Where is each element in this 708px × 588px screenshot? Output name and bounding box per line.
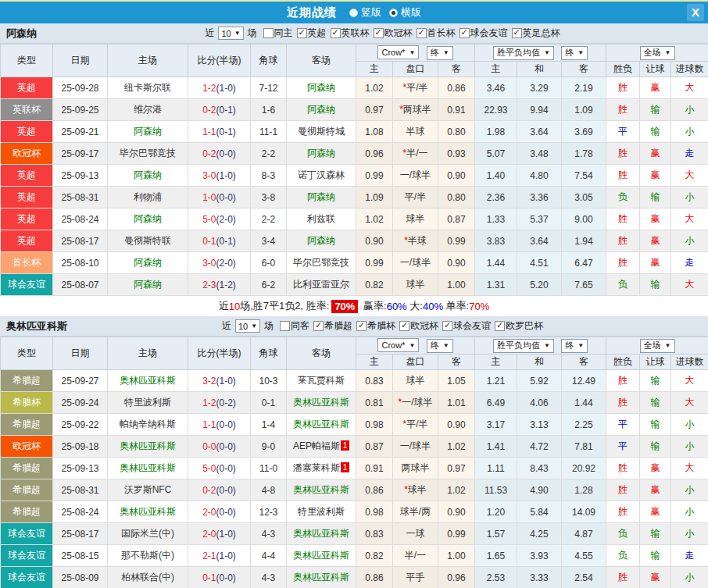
match-date: 25-09-25 [53,99,108,121]
wdl-average-select[interactable]: 胜平负均值▼ [493,339,554,353]
league-filter-checkbox[interactable] [495,321,505,331]
close-icon[interactable]: X [687,4,704,21]
league-filter-label[interactable]: 希腊杯 [367,319,395,333]
same-venue-label[interactable]: 同主 [274,27,293,40]
odds-provider-select[interactable]: Crow*▼ [377,45,419,59]
score-cell: 3-0(2-0) [188,252,251,274]
wdl-odds-home: 22.93 [475,99,517,121]
handicap-result-cell: 赢 [640,567,671,588]
match-date: 25-09-18 [53,436,108,458]
corner-score: 1-4 [251,414,287,436]
away-team: 毕尔巴鄂竞技 [287,252,356,274]
league-filter-label[interactable]: 英足总杯 [523,27,560,40]
same-venue-checkbox[interactable] [263,28,274,38]
match-date: 25-09-13 [53,458,108,479]
wdl-odds-home: 2.53 [475,567,517,588]
away-team: 阿森纳 [287,230,356,252]
handicap-odds-away: 1.02 [438,436,475,458]
result-cell: 胜 [606,392,640,414]
col-handicap-result: 让球 [640,62,671,77]
wdl-odds-away: 2.19 [562,77,606,99]
handicap-final-select[interactable]: 终▼ [427,339,453,353]
wdl-odds-home: 6.49 [475,392,517,414]
type-badge: 球会友谊 [1,523,53,545]
handicap-result-cell: 输 [640,392,671,414]
handicap-line: 球半 [393,208,438,230]
league-filter-label[interactable]: 球会友谊 [470,27,508,40]
league-filter-checkbox[interactable] [459,28,470,38]
wdl-average-select[interactable]: 胜平负均值▼ [493,46,554,60]
fulltime-select[interactable]: 全场▼ [640,339,675,353]
handicap-odds-home: 0.83 [356,370,393,392]
col-date: 日期 [53,337,108,370]
type-badge: 欧冠杯 [1,143,53,165]
half-score: (1-0) [216,376,236,387]
league-filter-label[interactable]: 欧冠杯 [384,27,413,40]
type-badge: 英超 [1,77,53,99]
handicap-line: 平/半 [393,187,438,208]
same-venue-label[interactable]: 同客 [291,319,309,333]
match-row: 希腊超25-09-22帕纳辛纳科斯1-1(0-0)1-4奥林匹亚科斯0.98*平… [1,414,708,436]
match-date: 25-08-24 [53,208,108,230]
home-team-label: 曼彻斯特联 [124,235,171,246]
league-filter-checkbox[interactable] [356,321,367,331]
half-score: (0-2) [216,397,236,408]
odds-provider-select[interactable]: Crow*▼ [377,338,419,352]
score-cell: 0-0(0-0) [188,436,251,458]
fulltime-select[interactable]: 全场▼ [640,46,675,60]
match-count-select[interactable]: 10▼ [218,27,243,40]
away-team-label: 阿森纳 [307,148,335,159]
handicap-final-select[interactable]: 终▼ [427,46,453,60]
match-date: 25-09-27 [53,370,108,392]
vertical-layout-label[interactable]: 竖版 [361,5,381,20]
handicap-result-cell: 赢 [640,230,671,252]
wdl-final-select[interactable]: 终▼ [561,46,588,60]
half-score: (0-1) [216,105,236,116]
match-count-select[interactable]: 10▼ [235,319,260,333]
chevron-down-icon: ▼ [577,49,584,56]
handicap-line: 半球 [393,121,438,143]
handicap-line: *平/半 [393,414,438,436]
league-filter-label[interactable]: 欧冠杯 [410,319,438,333]
corner-score: 11-1 [251,121,287,143]
league-filter-checkbox[interactable] [442,321,452,331]
league-filter-label[interactable]: 球会友谊 [453,319,491,333]
league-filter-label[interactable]: 希腊超 [324,319,352,333]
league-filter-checkbox[interactable] [374,28,384,38]
league-filter-checkbox[interactable] [399,321,409,331]
same-venue-checkbox[interactable] [280,321,290,331]
away-team-label: 曼彻斯特城 [298,126,345,137]
wdl-odds-home: 1.31 [475,274,517,296]
handicap-odds-away: 0.80 [438,121,475,143]
type-badge: 英超 [1,187,53,208]
horizontal-layout-label[interactable]: 横版 [401,5,421,20]
league-filter-checkbox[interactable] [313,321,324,331]
vertical-layout-radio[interactable] [349,9,358,17]
league-filter-checkbox[interactable] [512,28,522,38]
goals-result-cell: 大 [671,274,708,296]
result-cell: 胜 [606,479,640,501]
league-filter-checkbox[interactable] [331,28,341,38]
wdl-odds-away: 1.94 [562,230,606,252]
col-goals: 进球数 [671,355,708,370]
league-filter-checkbox[interactable] [417,28,427,38]
handicap-odds-home: 0.98 [356,414,393,436]
goals-result-cell: 小 [671,523,708,545]
team-name: 奥林匹亚科斯 [6,319,67,333]
chevron-down-icon: ▼ [443,342,449,349]
league-filter-label[interactable]: 英联杯 [341,27,370,40]
handicap-line: *平/半 [393,77,438,99]
full-score: 2-0 [202,507,216,518]
horizontal-layout-radio[interactable] [389,9,398,17]
half-score: (1-0) [216,529,236,540]
half-score: (1-0) [216,551,236,561]
league-filter-label[interactable]: 欧罗巴杯 [506,319,543,333]
league-filter-checkbox[interactable] [297,28,307,38]
handicap-odds-away: 0.90 [438,252,475,274]
league-filter-label[interactable]: 首长杯 [427,27,456,40]
handicap-odds-away: 0.80 [438,187,475,208]
handicap-line: 平手 [393,567,438,588]
wdl-final-select[interactable]: 终▼ [561,339,588,353]
handicap-result-cell: 赢 [640,458,671,479]
league-filter-label[interactable]: 英超 [308,27,327,40]
